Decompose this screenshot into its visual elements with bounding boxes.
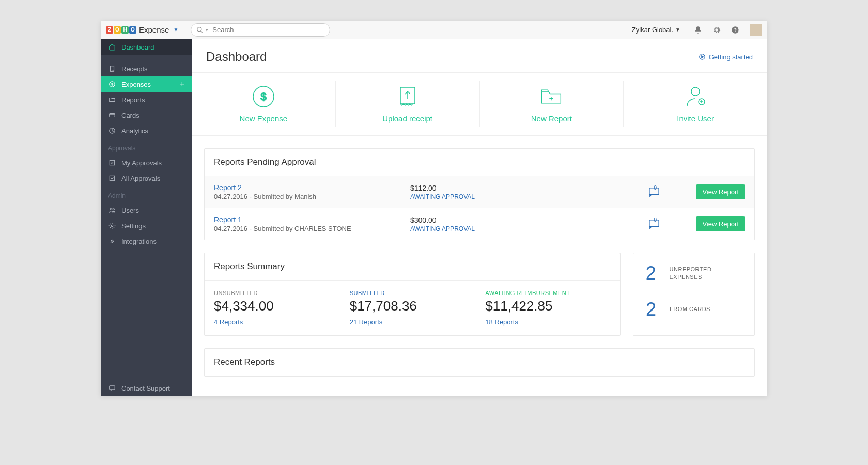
sidebar-item-label: Dashboard (121, 43, 184, 51)
block-title: Reports Pending Approval (205, 149, 754, 176)
sidebar-section-approvals: Approvals (101, 138, 192, 155)
main-content: Dashboard Getting started $ New Expense (192, 39, 767, 396)
quick-action-label: Upload receipt (382, 114, 432, 123)
summary-amount: $11,422.85 (485, 298, 611, 314)
sidebar-item-contact-support[interactable]: Contact Support (101, 380, 192, 396)
upload-receipt-icon (396, 85, 419, 108)
svg-point-13 (111, 225, 113, 227)
svg-point-11 (111, 208, 113, 210)
search-box[interactable]: ▾ (191, 23, 330, 37)
summary-column: UNSUBMITTED $4,334.00 4 Reports (214, 290, 339, 326)
comment-count: 0 (654, 217, 657, 223)
zoho-logo-icon: ZOHO (106, 26, 137, 34)
summary-side-count: 2 (643, 299, 659, 320)
check-square-icon (108, 175, 116, 182)
brand-logo[interactable]: ZOHO Expense ▼ (106, 25, 178, 34)
check-square-icon (108, 159, 116, 166)
svg-point-12 (113, 209, 114, 210)
view-report-button[interactable]: View Report (696, 184, 745, 199)
sidebar-item-receipts[interactable]: Receipts (101, 61, 192, 76)
sidebar-item-label: Users (121, 207, 184, 214)
svg-line-1 (201, 30, 203, 32)
sidebar-item-label: My Approvals (121, 159, 184, 167)
play-circle-icon (699, 53, 706, 60)
topbar: ZOHO Expense ▼ ▾ Zylkar Global. ▼ ? (101, 21, 767, 39)
svg-point-19 (691, 87, 700, 96)
sidebar-item-label: Expenses (121, 81, 180, 88)
receipt-icon (108, 65, 116, 72)
pending-report-row[interactable]: Report 1 04.27.2016 - Submitted by CHARL… (205, 208, 754, 240)
quick-action-upload-receipt[interactable]: Upload receipt (336, 81, 480, 127)
chat-icon (108, 384, 116, 392)
dollar-circle-icon: $ (252, 85, 275, 108)
view-report-button[interactable]: View Report (696, 216, 745, 231)
svg-point-0 (197, 27, 202, 31)
report-meta: 04.27.2016 - Submitted by CHARLES STONE (214, 225, 410, 233)
sidebar-section-admin: Admin (101, 186, 192, 203)
add-expense-icon[interactable]: + (180, 80, 184, 89)
comment-icon[interactable]: 0 (648, 187, 660, 197)
sidebar-item-users[interactable]: Users (101, 203, 192, 218)
summary-side-label: FROM CARDS (670, 305, 710, 313)
pending-approval-block: Reports Pending Approval Report 2 04.27.… (204, 148, 755, 240)
folder-plus-icon (540, 85, 563, 108)
sidebar-item-reports[interactable]: Reports (101, 92, 192, 107)
summary-column: SUBMITTED $17,708.36 21 Reports (350, 290, 475, 326)
sidebar-item-label: Integrations (121, 238, 184, 245)
brand-dropdown-caret-icon[interactable]: ▼ (173, 27, 178, 33)
brand-text: Expense (139, 25, 169, 34)
pending-report-row[interactable]: Report 2 04.27.2016 - Submitted by Manis… (205, 176, 754, 208)
quick-action-label: New Report (531, 114, 572, 123)
notifications-icon[interactable] (693, 25, 703, 35)
caret-down-icon: ▼ (675, 27, 680, 33)
gear-icon (108, 222, 116, 229)
user-avatar[interactable] (750, 24, 762, 36)
report-name-link[interactable]: Report 2 (214, 183, 410, 192)
search-icon (196, 26, 204, 34)
sidebar-item-integrations[interactable]: Integrations (101, 234, 192, 249)
sidebar-item-expenses[interactable]: Expenses + (101, 76, 192, 92)
summary-side-row[interactable]: 2 FROM CARDS (643, 299, 745, 320)
svg-rect-10 (110, 176, 114, 180)
org-switcher[interactable]: Zylkar Global. ▼ (632, 26, 680, 34)
summary-reports-link[interactable]: 18 Reports (485, 318, 611, 326)
report-status: AWAITING APPROVAL (410, 225, 576, 233)
svg-text:?: ? (734, 27, 737, 33)
search-scope-caret-icon[interactable]: ▾ (206, 27, 208, 33)
users-icon (108, 207, 116, 214)
help-icon[interactable]: ? (730, 25, 740, 35)
sidebar-item-label: Cards (121, 112, 184, 119)
sidebar-item-dashboard[interactable]: Dashboard (101, 39, 192, 55)
quick-action-invite-user[interactable]: Invite User (624, 81, 767, 127)
reports-summary-block: Reports Summary UNSUBMITTED $4,334.00 4 … (204, 253, 621, 336)
comment-count: 0 (654, 185, 657, 191)
app-window: ZOHO Expense ▼ ▾ Zylkar Global. ▼ ? (101, 21, 767, 396)
analytics-icon (108, 127, 116, 134)
search-input[interactable] (212, 26, 324, 34)
sidebar-item-cards[interactable]: Cards (101, 107, 192, 123)
quick-action-new-expense[interactable]: $ New Expense (192, 81, 336, 127)
integrations-icon (108, 238, 116, 245)
settings-gear-icon[interactable] (711, 25, 722, 35)
sidebar-item-all-approvals[interactable]: All Approvals (101, 171, 192, 186)
summary-side-row[interactable]: 2 UNREPORTED EXPENSES (643, 262, 745, 284)
report-amount: $300.00 (410, 216, 576, 224)
svg-rect-14 (110, 386, 115, 390)
comment-icon[interactable]: 0 (648, 219, 660, 229)
summary-row: Reports Summary UNSUBMITTED $4,334.00 4 … (204, 253, 755, 336)
summary-reports-link[interactable]: 4 Reports (214, 318, 339, 326)
sidebar-item-label: Contact Support (121, 384, 184, 392)
sidebar-item-settings[interactable]: Settings (101, 218, 192, 234)
report-name-link[interactable]: Report 1 (214, 215, 410, 224)
summary-amount: $4,334.00 (214, 298, 339, 314)
quick-action-new-report[interactable]: New Report (480, 81, 624, 127)
user-plus-icon (684, 85, 707, 108)
sidebar-item-analytics[interactable]: Analytics (101, 123, 192, 138)
getting-started-link[interactable]: Getting started (699, 53, 753, 61)
summary-reports-link[interactable]: 21 Reports (350, 318, 475, 326)
summary-column: AWAITING REIMBURSEMENT $11,422.85 18 Rep… (485, 290, 611, 326)
summary-side-block: 2 UNREPORTED EXPENSES 2 FROM CARDS (633, 253, 755, 336)
sidebar-item-my-approvals[interactable]: My Approvals (101, 155, 192, 171)
summary-amount: $17,708.36 (350, 298, 475, 314)
sidebar-item-label: All Approvals (121, 175, 184, 182)
